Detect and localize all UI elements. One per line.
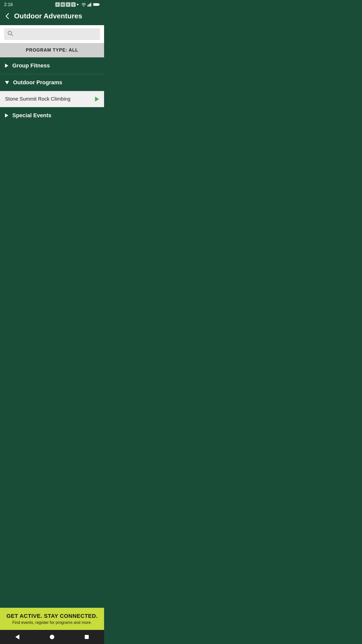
page-title: Outdoor Adventures: [14, 12, 82, 20]
expand-arrow-group-fitness: [5, 64, 8, 68]
svg-rect-3: [89, 4, 90, 7]
category-label-outdoor-programs: Outdoor Programs: [13, 79, 62, 86]
search-icon: [8, 31, 13, 37]
sub-item-label-stone-summit: Stone Summit Rock Climbing: [5, 96, 70, 102]
expand-arrow-special-events: [5, 113, 8, 117]
search-container: [0, 25, 104, 43]
notification-dot: [77, 4, 78, 5]
status-time: 2:16: [4, 2, 13, 7]
search-input[interactable]: [16, 32, 97, 36]
notification-icons: E MS E E: [55, 2, 78, 7]
status-icons: E MS E E: [55, 2, 100, 7]
notif-icon-1: E: [55, 2, 60, 7]
category-label-group-fitness: Group Fitness: [12, 62, 50, 69]
sub-item-stone-summit[interactable]: Stone Summit Rock Climbing: [0, 91, 104, 107]
battery-icon: [93, 3, 100, 7]
app-header: Outdoor Adventures: [0, 9, 104, 25]
svg-point-0: [83, 6, 84, 7]
category-label-special-events: Special Events: [12, 112, 51, 119]
program-filter[interactable]: PROGRAM TYPE: ALL: [0, 43, 104, 57]
search-box[interactable]: [4, 28, 100, 40]
notif-icon-2: MS: [61, 2, 65, 7]
sub-item-list-outdoor: Stone Summit Rock Climbing: [0, 91, 104, 107]
back-button[interactable]: [4, 13, 11, 20]
notif-icon-4: E: [71, 2, 76, 7]
signal-icon: [87, 3, 92, 7]
sub-item-arrow-stone-summit: [95, 97, 99, 102]
category-list: Group Fitness Outdoor Programs Stone Sum…: [0, 57, 104, 124]
category-item-outdoor-programs[interactable]: Outdoor Programs: [0, 74, 104, 91]
svg-rect-2: [88, 4, 89, 7]
wifi-icon: [81, 3, 86, 7]
svg-rect-1: [87, 5, 88, 7]
svg-rect-4: [90, 3, 91, 7]
expand-arrow-outdoor-programs: [5, 81, 9, 84]
status-bar: 2:16 E MS E E: [0, 0, 104, 9]
notif-icon-3: E: [66, 2, 70, 7]
category-item-group-fitness[interactable]: Group Fitness: [0, 57, 104, 74]
svg-line-8: [11, 34, 13, 36]
svg-rect-5: [93, 3, 99, 6]
svg-rect-6: [99, 4, 100, 5]
program-filter-label: PROGRAM TYPE: ALL: [26, 48, 78, 53]
category-item-special-events[interactable]: Special Events: [0, 107, 104, 124]
